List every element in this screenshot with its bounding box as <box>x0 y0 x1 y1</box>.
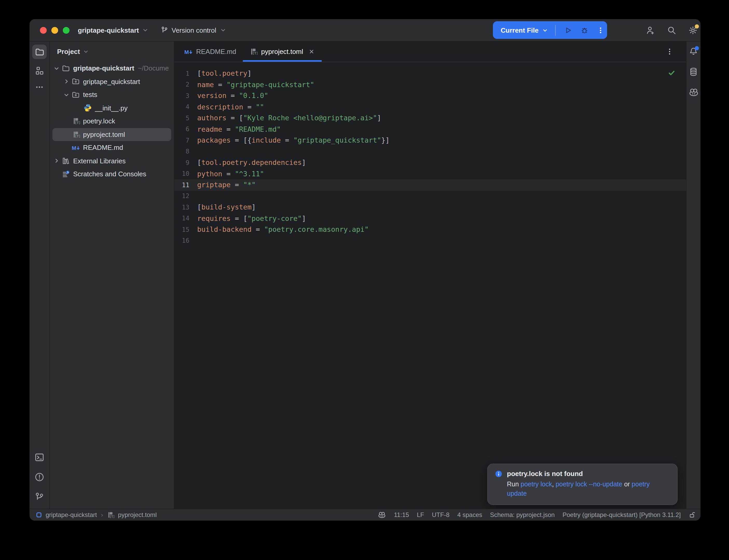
add-user-icon[interactable] <box>646 25 655 35</box>
database-icon[interactable] <box>689 67 698 77</box>
minimize-window-button[interactable] <box>51 27 58 33</box>
chevron-down-icon[interactable] <box>53 65 60 72</box>
toml-file-icon: [T] <box>72 130 80 139</box>
tree-item-griptape-quickstart[interactable]: griptape-quickstart~/Docume <box>52 62 171 75</box>
notification-body: Run poetry lock, poetry lock --no-update… <box>507 480 670 498</box>
breadcrumb-project[interactable]: griptape-quickstart <box>46 511 97 519</box>
tree-item-readme-md[interactable]: MREADME.md <box>52 141 171 154</box>
code-content: 1[tool.poetry]2name = "griptape-quicksta… <box>174 62 686 246</box>
code-text: description = "" <box>195 103 264 111</box>
status-item[interactable]: Poetry (griptape-quickstart) [Python 3.1… <box>563 511 681 519</box>
vcs-widget[interactable]: Version control <box>160 26 227 34</box>
close-tab-icon[interactable] <box>308 48 315 55</box>
code-line[interactable]: 1[tool.poetry] <box>174 68 686 79</box>
code-line[interactable]: 5authors = ["Kyle Roche <hello@griptape.… <box>174 113 686 124</box>
code-line[interactable]: 16 <box>174 235 686 246</box>
code-line[interactable]: 7packages = [{include = "griptape_quicks… <box>174 135 686 146</box>
breadcrumb-file[interactable]: pyproject.toml <box>118 511 157 519</box>
expand-toggle[interactable] <box>52 65 61 72</box>
notification-link[interactable]: poetry lock <box>521 481 552 488</box>
ide-window: griptape-quickstart Version control Curr… <box>30 19 700 521</box>
tree-item-pyproject-toml[interactable]: [T]pyproject.toml <box>52 128 171 141</box>
code-line[interactable]: 8 <box>174 146 686 157</box>
tree-item-label: Scratches and Consoles <box>73 170 146 178</box>
code-line[interactable]: 4description = "" <box>174 101 686 113</box>
terminal-tool-button[interactable] <box>34 452 45 463</box>
code-text: python = "^3.11" <box>195 170 264 178</box>
run-button[interactable] <box>564 26 572 34</box>
debug-button[interactable] <box>580 26 589 34</box>
status-widgets: 11:15LFUTF-84 spacesSchema: pyproject.js… <box>378 511 696 519</box>
problems-tool-button[interactable] <box>34 472 45 482</box>
line-number: 6 <box>174 126 195 133</box>
tree-item-label: README.md <box>83 144 123 152</box>
expand-toggle[interactable] <box>62 91 71 99</box>
notifications-bell-icon[interactable] <box>689 47 698 57</box>
tree-item--init-py[interactable]: __init__.py <box>52 101 171 115</box>
line-number: 10 <box>174 170 195 178</box>
project-panel-header[interactable]: Project <box>50 41 174 60</box>
ai-assistant-icon[interactable] <box>688 87 699 97</box>
search-icon[interactable] <box>667 25 677 35</box>
more-actions-button[interactable] <box>597 26 605 34</box>
line-number: 13 <box>174 204 195 211</box>
project-tool-button[interactable] <box>32 45 47 59</box>
package-folder-icon <box>72 78 80 86</box>
editor[interactable]: 1[tool.poetry]2name = "griptape-quicksta… <box>174 62 686 509</box>
tab-readme-md[interactable]: MREADME.md <box>177 41 243 62</box>
module-icon <box>36 512 42 518</box>
notification-title: poetry.lock is not found <box>507 470 583 478</box>
status-item[interactable]: Schema: pyproject.json <box>490 511 555 519</box>
unlock-icon[interactable] <box>689 511 696 519</box>
tab-label: pyproject.toml <box>261 48 303 55</box>
tree-item-scratches-and-consoles[interactable]: Scratches and Consoles <box>52 167 171 181</box>
expand-toggle[interactable] <box>62 78 71 85</box>
notification-text: , <box>552 481 556 488</box>
ai-copilot-status-icon[interactable] <box>378 511 386 519</box>
expand-toggle[interactable] <box>52 157 61 165</box>
more-tool-windows-button[interactable] <box>35 82 44 92</box>
chevron-down-icon[interactable] <box>63 91 70 99</box>
tree-item-tests[interactable]: tests <box>52 88 171 101</box>
info-icon <box>495 470 502 477</box>
status-item[interactable]: 4 spaces <box>458 511 482 519</box>
tab-pyproject-toml[interactable]: [T]pyproject.toml <box>243 41 322 62</box>
status-item[interactable]: 11:15 <box>394 511 409 519</box>
tree-item-poetry-lock[interactable]: [T]poetry.lock <box>52 115 171 128</box>
tree-item-external-libraries[interactable]: External Libraries <box>52 154 171 167</box>
inspections-passed-icon[interactable] <box>668 69 676 77</box>
code-line[interactable]: 6readme = "README.md" <box>174 124 686 135</box>
code-text: readme = "README.md" <box>195 125 281 133</box>
code-line[interactable]: 12 <box>174 191 686 202</box>
run-config-selector[interactable]: Current File <box>493 26 539 34</box>
code-line[interactable]: 14requires = ["poetry-core"] <box>174 213 686 224</box>
scratches-icon <box>62 170 70 178</box>
code-line[interactable]: 3version = "0.1.0" <box>174 90 686 101</box>
tab-label: README.md <box>196 48 236 55</box>
title-bar: griptape-quickstart Version control Curr… <box>30 19 700 41</box>
code-text: requires = ["poetry-core"] <box>195 215 306 222</box>
chevron-right-icon[interactable] <box>63 78 70 85</box>
notification-link[interactable]: poetry lock --no-update <box>556 481 622 488</box>
notifications-badge <box>695 46 699 50</box>
tab-options-icon[interactable] <box>666 48 674 55</box>
code-line[interactable]: 2name = "griptape-quickstart" <box>174 79 686 90</box>
line-number: 14 <box>174 215 195 222</box>
code-line-current[interactable]: 11griptape = "*" <box>174 179 686 191</box>
line-number: 3 <box>174 92 195 100</box>
maximize-window-button[interactable] <box>63 27 69 33</box>
version-control-tool-button[interactable] <box>34 492 45 502</box>
code-text: name = "griptape-quickstart" <box>195 81 314 89</box>
tree-item-griptape-quickstart[interactable]: griptape_quickstart <box>52 75 171 88</box>
settings-gear-icon[interactable] <box>688 25 698 35</box>
code-line[interactable]: 13[build-system] <box>174 202 686 213</box>
close-window-button[interactable] <box>40 27 47 33</box>
status-item[interactable]: UTF-8 <box>432 511 450 519</box>
code-line[interactable]: 9[tool.poetry.dependencies] <box>174 157 686 168</box>
code-line[interactable]: 10python = "^3.11" <box>174 168 686 179</box>
structure-tool-button[interactable] <box>34 66 44 76</box>
code-line[interactable]: 15build-backend = "poetry.core.masonry.a… <box>174 224 686 235</box>
project-switcher[interactable]: griptape-quickstart <box>78 26 149 34</box>
chevron-right-icon[interactable] <box>53 157 60 165</box>
status-item[interactable]: LF <box>417 511 424 519</box>
